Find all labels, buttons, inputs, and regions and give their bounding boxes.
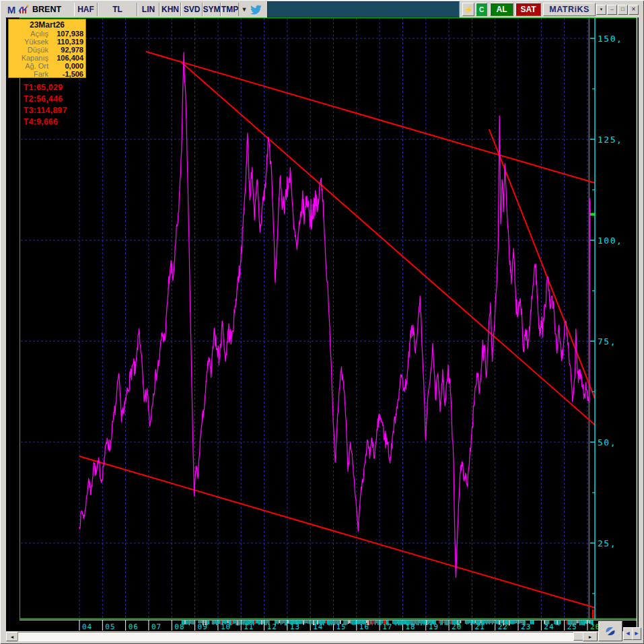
trendline-value-t4: T4:9,666 bbox=[24, 117, 67, 129]
svg-text:150,: 150, bbox=[598, 34, 622, 44]
quote-value: 106,404 bbox=[48, 54, 83, 62]
quote-value: 107,938 bbox=[48, 30, 83, 38]
horizontal-scrollbar: ◄ ► ◄ ► bbox=[5, 631, 639, 641]
quote-info-box: 23Mart26 Açılış107,938 Yüksek110,319 Düş… bbox=[8, 19, 86, 78]
quote-value: 92,978 bbox=[48, 46, 83, 54]
scrollbar-track[interactable] bbox=[17, 632, 598, 641]
matriks-chart-window: M BRENT HAF TL LIN KHN SVD SYM TMP ▼ ⚡ C… bbox=[0, 0, 644, 644]
matriks-swirl-icon bbox=[602, 624, 619, 639]
svg-text:06: 06 bbox=[129, 622, 139, 631]
quote-value: -1,506 bbox=[48, 70, 83, 78]
quote-value: 0,000 bbox=[48, 62, 83, 70]
quote-label: Yüksek bbox=[9, 38, 48, 46]
quote-label: Kapanış bbox=[9, 54, 48, 62]
prev-bar-button[interactable]: ◄ bbox=[623, 627, 633, 640]
price-chart[interactable]: 150,125,100,75,50,25,0405060708091011121… bbox=[0, 0, 644, 644]
svg-text:75,: 75, bbox=[598, 336, 616, 347]
svg-text:125,: 125, bbox=[598, 135, 622, 145]
svg-text:23: 23 bbox=[521, 622, 531, 631]
trendline-value-t1: T1:65,029 bbox=[24, 83, 67, 94]
svg-text:04: 04 bbox=[82, 622, 92, 631]
quote-value: 110,319 bbox=[48, 38, 83, 46]
quote-label: Ağ. Ort bbox=[9, 62, 48, 70]
scroll-left-button[interactable]: ◄ bbox=[6, 632, 18, 641]
svg-text:50,: 50, bbox=[598, 437, 616, 448]
svg-text:100,: 100, bbox=[598, 236, 622, 246]
next-bar-button[interactable]: ► bbox=[632, 627, 641, 640]
trendline-values: T1:65,029 T2:56,446 T3:114,897 T4:9,666 bbox=[24, 83, 67, 129]
trendline-value-t3: T3:114,897 bbox=[24, 106, 67, 117]
trendline-value-t2: T2:56,446 bbox=[24, 94, 67, 106]
quote-label: Fark bbox=[9, 70, 48, 78]
matriks-logo-button[interactable] bbox=[598, 621, 622, 641]
svg-text:07: 07 bbox=[151, 622, 162, 631]
svg-text:25,: 25, bbox=[598, 538, 616, 548]
scrollbar-thumb[interactable] bbox=[573, 632, 583, 641]
quote-label: Açılış bbox=[9, 30, 48, 38]
scroll-right-button[interactable]: ► bbox=[583, 632, 598, 641]
quote-label: Düşük bbox=[9, 46, 48, 54]
svg-text:05: 05 bbox=[105, 622, 115, 631]
quote-date: 23Mart26 bbox=[9, 20, 85, 30]
